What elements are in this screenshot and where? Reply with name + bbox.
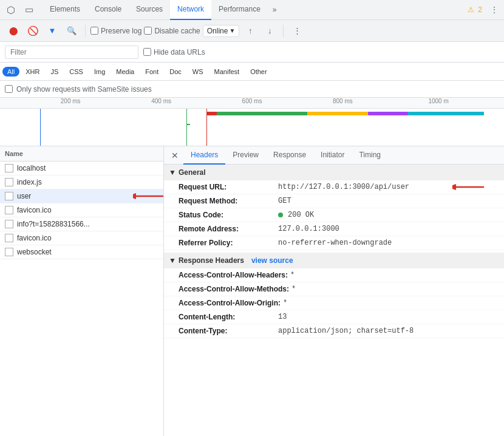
request-url-val: http://127.0.0.1:3000/api/user <box>278 183 409 191</box>
timeline-ruler: 200 ms 400 ms 600 ms 800 ms 1000 m <box>0 98 504 109</box>
type-btn-js[interactable]: JS <box>46 67 63 77</box>
view-source-link[interactable]: view source <box>251 256 293 265</box>
type-filter-bar: All XHR JS CSS Img Media Font Doc WS Man… <box>0 63 504 81</box>
preserve-log-text: Preserve log <box>101 27 141 35</box>
content-type-val: application/json; charset=utf-8 <box>278 327 414 335</box>
separator-2 <box>283 25 284 37</box>
request-method-val: GET <box>278 197 291 205</box>
ruler-600: 600 ms <box>242 98 262 104</box>
type-btn-media[interactable]: Media <box>111 67 139 77</box>
list-item[interactable]: favicon.ico <box>0 231 163 245</box>
tab-bar: ⬡ ▭ Elements Console Sources Network Per… <box>0 0 504 20</box>
content-length-row: Content-Length: 13 <box>164 310 504 324</box>
clear-button[interactable]: 🚫 <box>24 22 41 39</box>
tab-preview[interactable]: Preview <box>225 146 266 165</box>
upload-har-button[interactable]: ↑ <box>242 22 259 39</box>
timeline-vline-blue <box>40 109 41 146</box>
content-length-key: Content-Length: <box>179 313 276 321</box>
type-btn-manifest[interactable]: Manifest <box>209 67 245 77</box>
mobile-icon[interactable]: ▭ <box>21 1 38 18</box>
left-panel: Name localhost index.js user <box>0 146 164 436</box>
record-button[interactable]: ⬤ <box>5 22 22 39</box>
ruler-400: 400 ms <box>151 98 171 104</box>
tab-more[interactable]: » <box>268 0 282 20</box>
type-btn-doc[interactable]: Doc <box>165 67 186 77</box>
tab-initiator[interactable]: Initiator <box>313 146 352 165</box>
file-icon <box>5 206 13 214</box>
warning-icon: ⚠ <box>468 5 474 14</box>
tab-console[interactable]: Console <box>87 0 129 20</box>
filter-button[interactable]: ▼ <box>44 22 61 39</box>
item-name: websocket <box>17 248 158 256</box>
tab-sources[interactable]: Sources <box>129 0 170 20</box>
cursor-icon[interactable]: ⬡ <box>2 1 19 18</box>
tab-network[interactable]: Network <box>170 0 211 20</box>
filter-input[interactable] <box>5 46 138 59</box>
type-btn-other[interactable]: Other <box>245 67 272 77</box>
tab-response[interactable]: Response <box>266 146 313 165</box>
general-section-header[interactable]: ▼ General <box>164 165 504 180</box>
search-button[interactable]: 🔍 <box>63 22 80 39</box>
tab-headers[interactable]: Headers <box>183 146 225 165</box>
content-type-key: Content-Type: <box>179 327 276 335</box>
right-panel: ✕ Headers Preview Response Initiator Tim… <box>164 146 504 436</box>
more-toolbar-icon[interactable]: ⋮ <box>288 22 305 39</box>
devtools-icons: ⬡ ▭ <box>2 1 38 18</box>
file-icon <box>5 220 13 228</box>
list-item[interactable]: index.js <box>0 175 163 189</box>
filter-bar: Hide data URLs <box>0 42 504 63</box>
list-item[interactable]: localhost <box>0 162 163 175</box>
remote-address-key: Remote Address: <box>179 225 276 233</box>
list-item[interactable]: favicon.ico <box>0 203 163 217</box>
request-method-row: Request Method: GET <box>164 194 504 208</box>
section-toggle-icon-2: ▼ <box>169 256 176 265</box>
disable-cache-label[interactable]: Disable cache <box>144 27 200 35</box>
tab-timing[interactable]: Timing <box>352 146 388 165</box>
timeline-bar-green <box>217 112 307 115</box>
disable-cache-text: Disable cache <box>154 27 200 35</box>
left-panel-header: Name <box>0 146 163 162</box>
timeline-bar-teal <box>408 112 484 115</box>
timeline-area: 200 ms 400 ms 600 ms 800 ms 1000 m <box>0 98 504 146</box>
hide-data-urls-text: Hide data URLs <box>154 48 205 56</box>
acah-val: * <box>290 271 295 279</box>
request-url-row: Request URL: http://127.0.0.1:3000/api/u… <box>164 180 504 194</box>
type-btn-xhr[interactable]: XHR <box>21 67 44 77</box>
samesite-text: Only show requests with SameSite issues <box>16 85 152 94</box>
response-headers-section-header[interactable]: ▼ Response Headers view source <box>164 253 504 268</box>
referrer-policy-key: Referrer Policy: <box>179 239 276 247</box>
type-btn-ws[interactable]: WS <box>188 67 208 77</box>
samesite-checkbox[interactable] <box>5 85 13 93</box>
samesite-label[interactable]: Only show requests with SameSite issues <box>5 85 152 94</box>
disable-cache-checkbox[interactable] <box>144 27 152 35</box>
type-btn-css[interactable]: CSS <box>64 67 88 77</box>
type-btn-font[interactable]: Font <box>140 67 163 77</box>
hide-data-urls-label[interactable]: Hide data URLs <box>143 48 205 56</box>
acao-row: Access-Control-Allow-Origin: * <box>164 296 504 310</box>
detail-close-button[interactable]: ✕ <box>166 146 183 165</box>
tab-elements[interactable]: Elements <box>43 0 87 20</box>
list-item[interactable]: info?t=15828831566... <box>0 217 163 231</box>
more-options-icon[interactable]: ⋮ <box>487 2 502 17</box>
tab-performance[interactable]: Performance <box>211 0 268 20</box>
hide-data-urls-checkbox[interactable] <box>143 48 151 56</box>
preserve-log-checkbox[interactable] <box>90 27 98 35</box>
throttle-select[interactable]: Online ▼ <box>203 25 240 37</box>
warnings-badge[interactable]: ⚠ 2 <box>468 5 487 14</box>
file-icon <box>5 178 13 186</box>
red-arrow-url <box>452 181 486 193</box>
download-har-button[interactable]: ↓ <box>261 22 278 39</box>
item-name: localhost <box>17 164 158 172</box>
list-item-user[interactable]: user <box>0 189 163 203</box>
type-btn-all[interactable]: All <box>2 67 19 77</box>
chevron-down-icon: ▼ <box>229 27 235 34</box>
status-code-row: Status Code: 200 OK <box>164 208 504 222</box>
acao-key: Access-Control-Allow-Origin: <box>179 299 281 307</box>
file-icon <box>5 164 13 172</box>
referrer-policy-row: Referrer Policy: no-referrer-when-downgr… <box>164 236 504 250</box>
type-btn-img[interactable]: Img <box>89 67 110 77</box>
preserve-log-label[interactable]: Preserve log <box>90 27 141 35</box>
list-item[interactable]: websocket <box>0 245 163 259</box>
red-arrow-left <box>133 190 164 202</box>
timeline-chart <box>0 109 504 146</box>
